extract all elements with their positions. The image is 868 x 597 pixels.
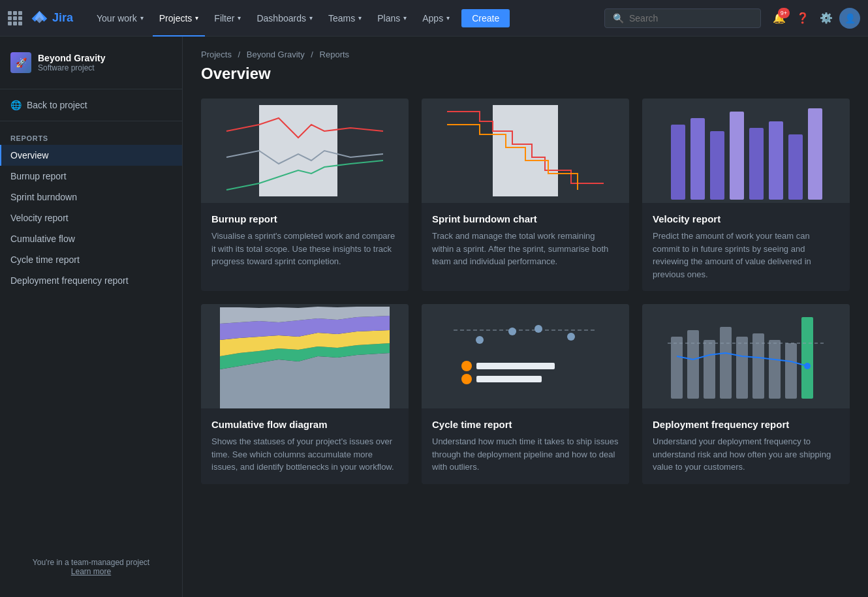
svg-rect-2 [671,125,685,200]
velocity-desc: Predict the amount of work your team can… [653,230,839,281]
sidebar-item-velocity[interactable]: Velocity report [0,207,182,228]
app-body: 🚀 Beyond Gravity Software project 🌐 Back… [0,37,868,597]
notifications-button[interactable]: 🔔 9+ [769,8,790,29]
project-header: 🚀 Beyond Gravity Software project [0,47,182,84]
svg-rect-30 [769,340,781,399]
chevron-down-icon: ▾ [195,14,198,22]
sprint-burndown-title: Sprint burndown chart [432,213,619,224]
svg-point-17 [508,328,516,335]
nav-your-work[interactable]: Your work ▾ [90,0,150,37]
create-button[interactable]: Create [461,9,510,27]
breadcrumb: Projects / Beyond Gravity / Reports [201,50,850,59]
burnup-desc: Visualise a sprint's completed work and … [211,230,398,268]
svg-rect-3 [690,118,705,200]
avatar-icon: 👤 [845,13,856,23]
sidebar-item-cycle-time[interactable]: Cycle time report [0,249,182,270]
sidebar-item-burnup[interactable]: Burnup report [0,166,182,187]
sidebar-footer: You're in a team-managed project Learn m… [0,547,182,587]
svg-rect-4 [710,131,724,200]
help-icon: ❓ [796,12,809,24]
report-card-cumulative[interactable]: Cumulative flow diagram Shows the status… [201,304,409,484]
svg-rect-8 [788,134,803,200]
report-card-burnup[interactable]: Burnup report Visualise a sprint's compl… [201,99,409,291]
gear-icon: ⚙️ [820,12,833,24]
cumulative-title: Cumulative flow diagram [211,419,398,430]
topnav: Jira Your work ▾ Projects ▾ Filter ▾ Das… [0,0,868,37]
user-avatar[interactable]: 👤 [839,8,860,29]
deployment-card-body: Deployment frequency report Understand y… [642,408,850,484]
sidebar-item-sprint-burndown[interactable]: Sprint burndown [0,187,182,207]
nav-projects[interactable]: Projects ▾ [153,0,206,37]
project-name: Beyond Gravity [38,53,105,63]
svg-point-22 [461,374,472,384]
search-box[interactable]: 🔍 [604,8,761,28]
svg-point-16 [476,336,484,344]
nav-apps[interactable]: Apps ▾ [416,0,456,37]
burnup-title: Burnup report [211,213,398,224]
svg-rect-25 [687,330,699,399]
chevron-down-icon: ▾ [358,14,362,22]
jira-logo[interactable]: Jira [30,9,82,27]
burnup-card-body: Burnup report Visualise a sprint's compl… [201,203,409,279]
breadcrumb-projects[interactable]: Projects [201,50,232,59]
cycle-time-desc: Understand how much time it takes to shi… [432,435,619,474]
sidebar-item-deployment[interactable]: Deployment frequency report [0,270,182,291]
svg-point-19 [567,333,575,341]
report-card-sprint-burndown[interactable]: Sprint burndown chart Track and manage t… [422,99,629,291]
nav-dashboards[interactable]: Dashboards ▾ [250,0,319,37]
svg-rect-7 [769,121,783,200]
report-card-cycle-time[interactable]: Cycle time report Understand how much ti… [422,304,629,484]
report-grid: Burnup report Visualise a sprint's compl… [201,99,850,484]
nav-teams[interactable]: Teams ▾ [322,0,368,37]
svg-point-18 [535,325,542,333]
grid-icon[interactable] [8,11,22,25]
nav-plans[interactable]: Plans ▾ [371,0,413,37]
search-input[interactable] [629,13,752,23]
chevron-down-icon: ▾ [403,14,407,22]
nav-filter[interactable]: Filter ▾ [208,0,247,37]
help-button[interactable]: ❓ [792,8,813,29]
velocity-card-body: Velocity report Predict the amount of wo… [642,203,850,291]
sprint-burndown-desc: Track and manage the total work remainin… [432,230,619,268]
sidebar-item-cumulative[interactable]: Cumulative flow [0,228,182,249]
report-card-velocity[interactable]: Velocity report Predict the amount of wo… [642,99,850,291]
burnup-chart [201,99,409,203]
sidebar-divider [0,89,182,89]
cumulative-chart [201,304,409,408]
svg-rect-24 [671,337,683,399]
chevron-down-icon: ▾ [140,14,144,22]
svg-rect-9 [808,108,822,200]
deployment-chart [642,304,850,408]
cumulative-desc: Shows the statuses of your project's iss… [211,435,398,474]
svg-rect-23 [476,376,542,382]
main-content: Projects / Beyond Gravity / Reports Over… [183,37,868,597]
svg-rect-31 [785,343,797,399]
back-to-project[interactable]: 🌐 Back to project [0,95,182,115]
reports-section-label: Reports [0,127,182,145]
chevron-down-icon: ▾ [446,14,450,22]
sidebar-divider-2 [0,121,182,121]
settings-button[interactable]: ⚙️ [816,8,837,29]
cycle-time-chart [422,304,629,408]
svg-point-34 [804,363,811,369]
nav-icons: 🔔 9+ ❓ ⚙️ 👤 [769,8,860,29]
cycle-time-card-body: Cycle time report Understand how much ti… [422,408,629,484]
sidebar-item-overview[interactable]: Overview [0,145,182,166]
learn-more-link[interactable]: Learn more [71,567,111,576]
svg-rect-6 [749,128,764,200]
page-title: Overview [201,65,850,83]
svg-rect-5 [730,112,744,200]
svg-rect-28 [736,337,748,399]
search-icon: 🔍 [613,13,624,23]
breadcrumb-beyond-gravity[interactable]: Beyond Gravity [247,50,305,59]
logo-text: Jira [52,11,73,25]
report-card-deployment[interactable]: Deployment frequency report Understand y… [642,304,850,484]
cycle-time-title: Cycle time report [432,419,619,430]
svg-rect-27 [720,327,732,399]
svg-rect-26 [704,340,715,399]
breadcrumb-reports[interactable]: Reports [320,50,350,59]
svg-point-20 [461,361,472,371]
chevron-down-icon: ▾ [238,14,241,22]
sprint-burndown-card-body: Sprint burndown chart Track and manage t… [422,203,629,279]
project-info: Beyond Gravity Software project [38,53,105,72]
